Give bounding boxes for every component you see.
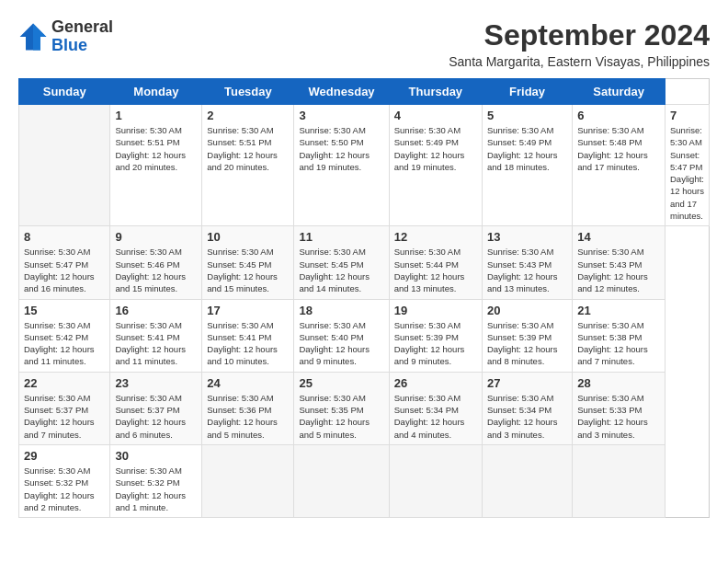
logo: General Blue xyxy=(18,18,113,55)
calendar-cell xyxy=(294,444,389,517)
day-info: Sunrise: 5:30 AM Sunset: 5:32 PM Dayligh… xyxy=(115,465,197,513)
header: General Blue September 2024 Santa Margar… xyxy=(18,18,710,69)
calendar-cell: 17Sunrise: 5:30 AM Sunset: 5:41 PM Dayli… xyxy=(202,299,294,372)
calendar-cell: 20Sunrise: 5:30 AM Sunset: 5:39 PM Dayli… xyxy=(482,299,572,372)
logo-text: General Blue xyxy=(51,18,113,55)
calendar-cell: 7Sunrise: 5:30 AM Sunset: 5:47 PM Daylig… xyxy=(665,105,709,226)
day-info: Sunrise: 5:30 AM Sunset: 5:43 PM Dayligh… xyxy=(577,246,660,294)
calendar-cell: 30Sunrise: 5:30 AM Sunset: 5:32 PM Dayli… xyxy=(110,444,202,517)
day-number: 7 xyxy=(670,109,704,122)
day-number: 13 xyxy=(487,230,567,244)
day-number: 15 xyxy=(24,304,105,317)
calendar-week-2: 8Sunrise: 5:30 AM Sunset: 5:47 PM Daylig… xyxy=(19,226,710,299)
calendar-cell: 1Sunrise: 5:30 AM Sunset: 5:51 PM Daylig… xyxy=(110,105,202,226)
day-number: 30 xyxy=(115,449,197,463)
calendar-body: 1Sunrise: 5:30 AM Sunset: 5:51 PM Daylig… xyxy=(19,105,710,518)
calendar-cell: 9Sunrise: 5:30 AM Sunset: 5:46 PM Daylig… xyxy=(110,226,202,299)
calendar-cell: 2Sunrise: 5:30 AM Sunset: 5:51 PM Daylig… xyxy=(202,105,294,226)
day-info: Sunrise: 5:30 AM Sunset: 5:51 PM Dayligh… xyxy=(207,124,289,173)
day-number: 22 xyxy=(24,376,105,390)
calendar-cell: 11Sunrise: 5:30 AM Sunset: 5:45 PM Dayli… xyxy=(294,226,389,299)
day-header-monday: Monday xyxy=(110,79,202,105)
calendar-cell: 6Sunrise: 5:30 AM Sunset: 5:48 PM Daylig… xyxy=(573,105,665,226)
day-info: Sunrise: 5:30 AM Sunset: 5:37 PM Dayligh… xyxy=(115,392,197,441)
calendar-cell: 12Sunrise: 5:30 AM Sunset: 5:44 PM Dayli… xyxy=(389,226,482,299)
calendar-cell: 4Sunrise: 5:30 AM Sunset: 5:49 PM Daylig… xyxy=(389,105,482,226)
calendar-cell xyxy=(202,444,294,517)
day-number: 4 xyxy=(394,109,477,122)
day-number: 1 xyxy=(115,109,197,122)
day-number: 28 xyxy=(577,376,660,390)
month-title: September 2024 xyxy=(449,18,710,52)
calendar-cell: 18Sunrise: 5:30 AM Sunset: 5:40 PM Dayli… xyxy=(294,299,389,372)
calendar-cell: 24Sunrise: 5:30 AM Sunset: 5:36 PM Dayli… xyxy=(202,372,294,444)
day-number: 9 xyxy=(115,230,197,244)
day-info: Sunrise: 5:30 AM Sunset: 5:45 PM Dayligh… xyxy=(299,246,383,294)
day-number: 27 xyxy=(487,376,567,390)
calendar-cell: 10Sunrise: 5:30 AM Sunset: 5:45 PM Dayli… xyxy=(202,226,294,299)
day-info: Sunrise: 5:30 AM Sunset: 5:42 PM Dayligh… xyxy=(24,319,105,368)
day-info: Sunrise: 5:30 AM Sunset: 5:45 PM Dayligh… xyxy=(207,246,289,294)
calendar-cell xyxy=(482,444,572,517)
day-info: Sunrise: 5:30 AM Sunset: 5:50 PM Dayligh… xyxy=(299,124,383,173)
calendar-cell: 26Sunrise: 5:30 AM Sunset: 5:34 PM Dayli… xyxy=(389,372,482,444)
calendar-cell: 14Sunrise: 5:30 AM Sunset: 5:43 PM Dayli… xyxy=(573,226,665,299)
day-header-saturday: Saturday xyxy=(573,79,665,105)
day-info: Sunrise: 5:30 AM Sunset: 5:36 PM Dayligh… xyxy=(207,392,289,441)
calendar-cell: 25Sunrise: 5:30 AM Sunset: 5:35 PM Dayli… xyxy=(294,372,389,444)
calendar-cell: 28Sunrise: 5:30 AM Sunset: 5:33 PM Dayli… xyxy=(573,372,665,444)
day-number: 16 xyxy=(115,304,197,317)
calendar-cell: 19Sunrise: 5:30 AM Sunset: 5:39 PM Dayli… xyxy=(389,299,482,372)
calendar-cell: 22Sunrise: 5:30 AM Sunset: 5:37 PM Dayli… xyxy=(19,372,110,444)
calendar-cell: 16Sunrise: 5:30 AM Sunset: 5:41 PM Dayli… xyxy=(110,299,202,372)
day-number: 29 xyxy=(24,449,105,463)
calendar-cell: 27Sunrise: 5:30 AM Sunset: 5:34 PM Dayli… xyxy=(482,372,572,444)
header-row: SundayMondayTuesdayWednesdayThursdayFrid… xyxy=(19,79,710,105)
calendar-cell: 3Sunrise: 5:30 AM Sunset: 5:50 PM Daylig… xyxy=(294,105,389,226)
calendar-header: SundayMondayTuesdayWednesdayThursdayFrid… xyxy=(19,79,710,105)
day-info: Sunrise: 5:30 AM Sunset: 5:46 PM Dayligh… xyxy=(115,246,197,294)
day-number: 26 xyxy=(394,376,477,390)
day-number: 5 xyxy=(487,109,567,122)
day-number: 8 xyxy=(24,230,105,244)
calendar-cell: 23Sunrise: 5:30 AM Sunset: 5:37 PM Dayli… xyxy=(110,372,202,444)
logo-icon xyxy=(18,22,48,52)
day-number: 21 xyxy=(577,304,660,317)
calendar-week-3: 15Sunrise: 5:30 AM Sunset: 5:42 PM Dayli… xyxy=(19,299,710,372)
day-info: Sunrise: 5:30 AM Sunset: 5:49 PM Dayligh… xyxy=(394,124,477,173)
day-info: Sunrise: 5:30 AM Sunset: 5:37 PM Dayligh… xyxy=(24,392,105,441)
day-info: Sunrise: 5:30 AM Sunset: 5:32 PM Dayligh… xyxy=(24,465,105,513)
day-info: Sunrise: 5:30 AM Sunset: 5:33 PM Dayligh… xyxy=(577,392,660,441)
calendar: SundayMondayTuesdayWednesdayThursdayFrid… xyxy=(18,78,710,518)
day-number: 25 xyxy=(299,376,383,390)
day-number: 20 xyxy=(487,304,567,317)
day-info: Sunrise: 5:30 AM Sunset: 5:38 PM Dayligh… xyxy=(577,319,660,368)
calendar-cell: 8Sunrise: 5:30 AM Sunset: 5:47 PM Daylig… xyxy=(19,226,110,299)
day-info: Sunrise: 5:30 AM Sunset: 5:47 PM Dayligh… xyxy=(24,246,105,294)
day-info: Sunrise: 5:30 AM Sunset: 5:49 PM Dayligh… xyxy=(487,124,567,173)
calendar-cell xyxy=(389,444,482,517)
day-header-tuesday: Tuesday xyxy=(202,79,294,105)
calendar-cell: 29Sunrise: 5:30 AM Sunset: 5:32 PM Dayli… xyxy=(19,444,110,517)
location-title: Santa Margarita, Eastern Visayas, Philip… xyxy=(449,54,710,69)
day-number: 10 xyxy=(207,230,289,244)
day-number: 14 xyxy=(577,230,660,244)
day-header-sunday: Sunday xyxy=(19,79,110,105)
calendar-week-5: 29Sunrise: 5:30 AM Sunset: 5:32 PM Dayli… xyxy=(19,444,710,517)
day-header-friday: Friday xyxy=(482,79,572,105)
day-info: Sunrise: 5:30 AM Sunset: 5:39 PM Dayligh… xyxy=(394,319,477,368)
day-info: Sunrise: 5:30 AM Sunset: 5:41 PM Dayligh… xyxy=(115,319,197,368)
day-info: Sunrise: 5:30 AM Sunset: 5:43 PM Dayligh… xyxy=(487,246,567,294)
day-number: 6 xyxy=(577,109,660,122)
svg-marker-1 xyxy=(33,23,46,50)
day-info: Sunrise: 5:30 AM Sunset: 5:48 PM Dayligh… xyxy=(577,124,660,173)
day-info: Sunrise: 5:30 AM Sunset: 5:44 PM Dayligh… xyxy=(394,246,477,294)
day-info: Sunrise: 5:30 AM Sunset: 5:47 PM Dayligh… xyxy=(670,124,704,222)
day-info: Sunrise: 5:30 AM Sunset: 5:35 PM Dayligh… xyxy=(299,392,383,441)
day-info: Sunrise: 5:30 AM Sunset: 5:39 PM Dayligh… xyxy=(487,319,567,368)
calendar-cell: 13Sunrise: 5:30 AM Sunset: 5:43 PM Dayli… xyxy=(482,226,572,299)
calendar-cell xyxy=(573,444,665,517)
day-header-wednesday: Wednesday xyxy=(294,79,389,105)
day-header-thursday: Thursday xyxy=(389,79,482,105)
calendar-cell xyxy=(19,105,110,226)
